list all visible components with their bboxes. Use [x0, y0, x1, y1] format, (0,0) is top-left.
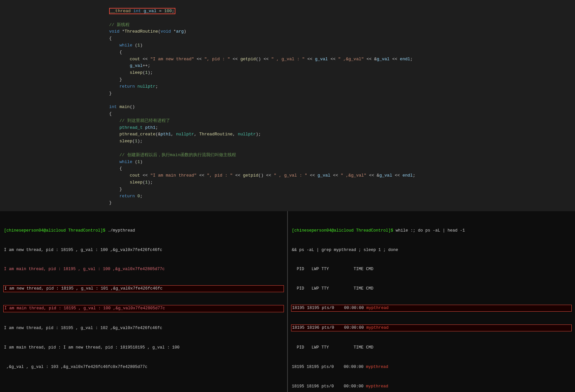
code-line-13: int main() [109, 104, 466, 111]
code-line-6: { [109, 49, 466, 56]
code-line-blank3 [109, 145, 466, 152]
terminals-row: [chineseperson04@alicloud ThreadControl]… [0, 211, 575, 392]
terminal-right: [chineseperson04@alicloud ThreadControl]… [288, 211, 575, 392]
code-wrapper: __thread int g_val = 100; // 新线程 void *T… [101, 3, 474, 211]
term-right-prompt2: && ps -aL | grep mypthread ; sleep 1 ; d… [292, 247, 571, 253]
term-left-prompt: [chineseperson04@alicloud ThreadControl]… [4, 227, 283, 234]
term-right-highlight1: 18195 18195 pts/0 00:00:00 mypthread [291, 305, 572, 312]
code-line-19: { [109, 165, 466, 172]
code-line-22: } [109, 186, 466, 193]
code-line-7: cout << "I am new thread" << ", pid : " … [109, 56, 466, 63]
term-right-highlight2: 18195 18196 pts/0 00:00:00 mypthread [291, 324, 572, 331]
term-right-data2: 18195 18196 pts/0 00:00:00 mypthread [292, 383, 571, 390]
code-line-15: pthread_t pth1; [109, 125, 466, 131]
terminal-left: [chineseperson04@alicloud ThreadControl]… [0, 211, 288, 392]
term-right-prompt1: [chineseperson04@alicloud ThreadControl]… [292, 227, 571, 234]
term-left-line3: I am new thread, pid : 18195 , g_val : 1… [4, 325, 283, 331]
term-right-header3: PID LWP TTY TIME CMD [292, 344, 571, 351]
code-line-blank2 [109, 97, 466, 104]
code-line-comment1: // 新线程 [109, 22, 466, 29]
term-left-line1: I am new thread, pid : 18195 , g_val : 1… [4, 247, 283, 253]
code-line-14: { [109, 111, 466, 118]
code-line-blank1 [109, 15, 466, 22]
term-left-highlight2: I am main thread, pid : 18195 , g_val : … [3, 305, 284, 312]
code-line-10: } [109, 76, 466, 83]
term-right-header1: PID LWP TTY TIME CMD [292, 266, 571, 272]
term-right-header2: PID LWP TTY TIME CMD [292, 285, 571, 292]
code-line-12: } [109, 90, 466, 97]
term-left-highlight1: I am new thread, pid : 18195 , g_val : 1… [3, 285, 284, 292]
code-line-4: { [109, 35, 466, 42]
code-line-11: return nullptr; [109, 83, 466, 90]
code-line-20: cout << "I am main thread" << ", pid : "… [109, 172, 466, 179]
code-line-24: } [109, 200, 466, 207]
term-left-blank [4, 383, 283, 390]
term-left-line2: I am main thread, pid : 18195 , g_val : … [4, 266, 283, 272]
code-editor-area: __thread int g_val = 100; // 新线程 void *T… [0, 0, 575, 211]
code-line-comment2: // 到这里就已经有进程了 [109, 118, 466, 125]
main-container: __thread int g_val = 100; // 新线程 void *T… [0, 0, 575, 392]
term-left-line4: I am main thread, pid : I am new thread,… [4, 344, 283, 351]
code-line-16: pthread_create(&pth1, nullptr, ThreadRou… [109, 131, 466, 138]
code-line-17: sleep(1); [109, 138, 466, 145]
code-line-18: while (1) [109, 159, 466, 166]
code-line-5: while (1) [109, 42, 466, 49]
code-line-9: sleep(1); [109, 70, 466, 76]
code-line-3: void *ThreadRoutine(void *arg) [109, 28, 466, 35]
code-line-8: g_val++; [109, 63, 466, 70]
term-left-line5: ,&g_val , g_val : 103 ,&g_val0x7fe426fc4… [4, 364, 283, 370]
code-line-21: sleep(1); [109, 179, 466, 186]
code-line-comment3: // 创建新进程以后，执行main函数的执行流我们叫做主线程 [109, 152, 466, 159]
term-right-data1: 18195 18195 pts/0 00:00:00 mypthread [292, 364, 571, 370]
code-line-23: return 0; [109, 193, 466, 200]
code-line-1: __thread int g_val = 100; [109, 8, 466, 15]
